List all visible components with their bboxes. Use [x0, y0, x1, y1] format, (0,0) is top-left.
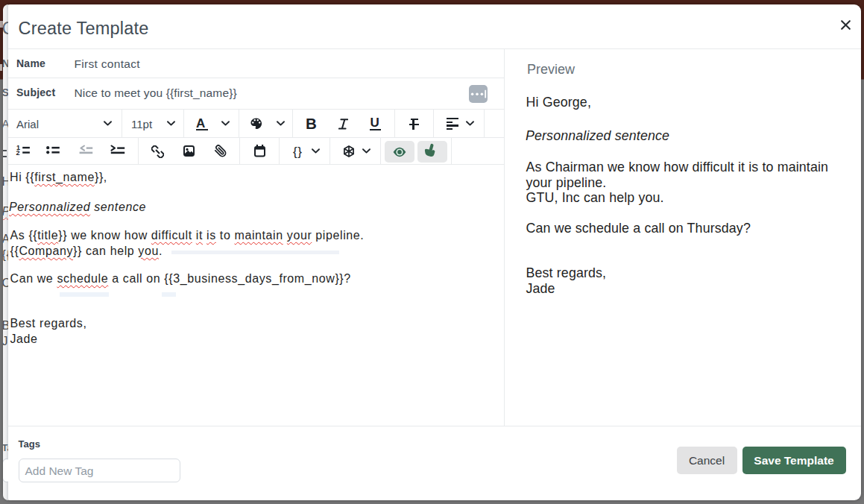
svg-text:2: 2 [16, 149, 20, 156]
